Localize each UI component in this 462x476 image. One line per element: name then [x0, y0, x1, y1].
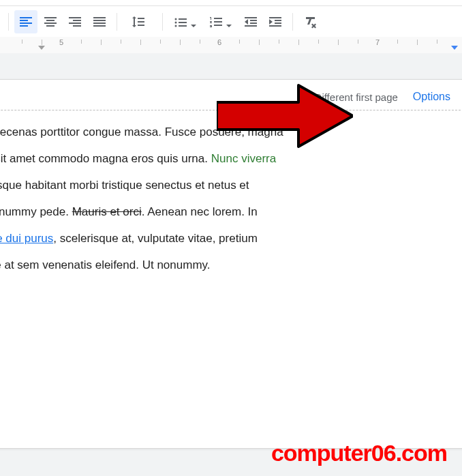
- ruler-indent-marker[interactable]: [38, 46, 45, 50]
- line-spacing-icon: [130, 14, 147, 30]
- body-text: ibero, sit amet commodo magna eros quis …: [0, 152, 211, 165]
- formatting-toolbar: [0, 5, 462, 38]
- ruler-number: 6: [217, 38, 221, 46]
- ruler-number: 7: [375, 38, 380, 46]
- body-link[interactable]: endisse dui purus: [0, 232, 53, 245]
- numbered-list-button[interactable]: [204, 10, 238, 33]
- chevron-down-icon: [226, 19, 232, 25]
- different-first-page-checkbox[interactable]: Different first page: [298, 91, 398, 103]
- app-root: { "toolbar": { "icons": [ "align-left-ic…: [0, 0, 462, 476]
- align-left-icon: [18, 14, 34, 30]
- ruler-ticks: 5 6 7: [0, 37, 462, 53]
- align-center-button[interactable]: [39, 10, 62, 33]
- align-right-button[interactable]: [63, 10, 87, 33]
- clear-formatting-button[interactable]: [298, 10, 322, 33]
- body-text: elit. Maecenas porttitor congue massa. F…: [0, 125, 283, 138]
- ruler-right-margin-marker[interactable]: [451, 46, 458, 50]
- numbered-list-icon: [208, 14, 224, 30]
- body-text: , scelerisque at, vulputate vitae, preti…: [53, 232, 258, 245]
- body-text: etra nonummy pede.: [0, 205, 72, 218]
- indent-decrease-icon: [243, 14, 259, 30]
- header-options-link[interactable]: Options: [413, 91, 450, 103]
- toolbar-separator: [8, 13, 9, 31]
- body-text: t neque at sem venenatis eleifend. Ut no…: [0, 258, 211, 271]
- body-text-strike: Mauris et orci: [72, 205, 142, 218]
- checkbox-box-icon: [298, 91, 309, 102]
- toolbar-separator: [117, 13, 117, 31]
- toolbar-separator: [162, 13, 163, 31]
- checkbox-label: Different first page: [315, 91, 398, 103]
- body-text: . Aenean nec lorem. In: [142, 205, 258, 218]
- body-text: ellentesque habitant morbi tristique sen…: [0, 179, 249, 192]
- clear-formatting-icon: [302, 14, 318, 30]
- toolbar-separator: [292, 13, 293, 31]
- ruler-number: 5: [59, 38, 63, 46]
- align-justify-icon: [91, 14, 108, 30]
- bulleted-list-icon: [172, 14, 189, 30]
- document-page: Different first page Options elit. Maece…: [0, 79, 462, 449]
- chevron-down-icon: [191, 19, 196, 25]
- align-justify-button[interactable]: [88, 10, 111, 33]
- document-body-text[interactable]: elit. Maecenas porttitor congue massa. F…: [0, 110, 462, 295]
- align-right-icon: [67, 14, 83, 30]
- body-text-green: Nunc viverra: [211, 152, 276, 165]
- line-spacing-button[interactable]: [123, 10, 157, 33]
- header-controls-bar: Different first page Options: [0, 80, 462, 110]
- document-canvas: Different first page Options elit. Maece…: [0, 53, 462, 476]
- align-center-icon: [42, 14, 59, 30]
- align-left-button[interactable]: [14, 10, 37, 33]
- horizontal-ruler[interactable]: 5 6 7: [0, 37, 462, 54]
- indent-increase-icon: [267, 14, 283, 30]
- bulleted-list-button[interactable]: [168, 10, 202, 33]
- indent-increase-button[interactable]: [264, 10, 287, 33]
- indent-decrease-button[interactable]: [239, 10, 262, 33]
